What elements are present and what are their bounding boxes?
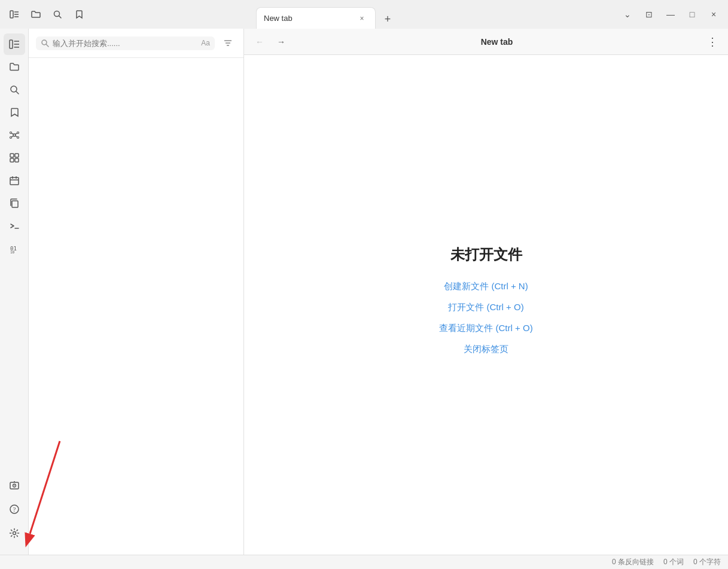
svg-rect-25: [10, 178, 19, 185]
svg-point-35: [14, 485, 15, 487]
svg-text:10: 10: [10, 250, 15, 254]
close-window-button[interactable]: ×: [704, 5, 723, 24]
search-icon: [41, 39, 49, 47]
svg-line-18: [15, 133, 17, 134]
search-bar: Aa: [29, 29, 243, 58]
svg-line-41: [46, 44, 48, 47]
svg-text:?: ?: [13, 506, 16, 513]
svg-rect-29: [12, 201, 18, 207]
sidebar-copy-icon[interactable]: [4, 192, 25, 214]
sidebar-search-icon[interactable]: [4, 79, 25, 100]
sidebar-bookmark-icon[interactable]: [4, 102, 25, 123]
new-tab-button[interactable]: +: [378, 10, 397, 29]
backlinks-count: 0 条反向链接: [612, 557, 654, 567]
svg-rect-0: [10, 11, 13, 18]
svg-point-12: [13, 134, 16, 136]
sidebar-files-icon[interactable]: [4, 56, 25, 78]
svg-rect-24: [15, 158, 19, 162]
title-bar-left: [5, 5, 256, 24]
sidebar: 01 10 ?: [0, 29, 29, 555]
title-bar: New tab × + ⌄ ⊡ — □ ×: [0, 0, 728, 29]
browser-more-button[interactable]: ⋮: [704, 33, 721, 50]
svg-line-11: [16, 91, 19, 94]
sidebar-vault-icon[interactable]: [4, 475, 25, 496]
active-tab[interactable]: New tab ×: [256, 7, 376, 29]
window-controls: ⌄ ⊡ — □ ×: [618, 5, 723, 24]
minimize-button[interactable]: —: [661, 5, 680, 24]
forward-button[interactable]: →: [273, 33, 290, 50]
toggle-sidebar-button[interactable]: [5, 5, 24, 24]
main-content: ← → New tab ⋮ 未打开文件 创建新文件 (Ctrl + N) 打开文…: [244, 29, 728, 555]
browser-page-title: New tab: [294, 37, 699, 47]
status-bar: 0 条反向链接 0 个词 0 个字符: [0, 555, 728, 569]
tabs-area: New tab × +: [256, 0, 618, 29]
sidebar-settings-icon[interactable]: [4, 522, 25, 544]
create-new-file-link[interactable]: 创建新文件 (Ctrl + N): [444, 281, 528, 292]
sidebar-calendar-icon[interactable]: [4, 170, 25, 191]
svg-rect-21: [10, 154, 14, 157]
search-font-toggle[interactable]: Aa: [201, 39, 210, 47]
open-file-link[interactable]: 打开文件 (Ctrl + O): [448, 302, 523, 313]
no-file-title: 未打开文件: [450, 245, 522, 264]
tab-close-button[interactable]: ×: [356, 13, 368, 25]
recent-files-link[interactable]: 查看近期文件 (Ctrl + O): [439, 323, 532, 334]
svg-line-19: [11, 136, 13, 137]
app-body: 01 10 ?: [0, 29, 728, 555]
svg-rect-6: [10, 40, 13, 48]
back-button[interactable]: ←: [251, 33, 268, 50]
more-tabs-button[interactable]: ⌄: [618, 5, 637, 24]
tab-title: New tab: [264, 14, 351, 23]
open-folder-button[interactable]: [26, 5, 45, 24]
browser-header: ← → New tab ⋮: [244, 29, 728, 55]
svg-point-39: [13, 532, 16, 535]
svg-line-5: [59, 16, 62, 19]
new-tab-content: 未打开文件 创建新文件 (Ctrl + N) 打开文件 (Ctrl + O) 查…: [244, 55, 728, 555]
maximize-button[interactable]: □: [683, 5, 702, 24]
char-count: 0 个字符: [693, 557, 721, 567]
sidebar-graph-icon[interactable]: [4, 124, 25, 146]
search-input-wrap[interactable]: Aa: [36, 36, 215, 50]
search-filter-button[interactable]: [220, 35, 236, 51]
sidebar-grid-icon[interactable]: [4, 147, 25, 169]
bookmark-button[interactable]: [69, 5, 89, 24]
svg-line-17: [11, 133, 13, 134]
split-view-button[interactable]: ⊡: [639, 5, 659, 24]
search-input[interactable]: [53, 39, 197, 48]
search-panel: Aa: [29, 29, 244, 555]
sidebar-help-icon[interactable]: ?: [4, 498, 25, 520]
sidebar-binary-icon[interactable]: 01 10: [4, 238, 25, 259]
sidebar-toggle-icon[interactable]: [4, 33, 25, 55]
word-count: 0 个词: [663, 557, 684, 567]
search-content: [29, 58, 243, 555]
search-button[interactable]: [48, 5, 67, 24]
svg-line-20: [15, 136, 17, 137]
close-tab-link[interactable]: 关闭标签页: [464, 344, 508, 355]
svg-rect-22: [15, 154, 19, 157]
svg-rect-23: [10, 158, 14, 162]
sidebar-terminal-icon[interactable]: [4, 215, 25, 237]
sidebar-bottom: ?: [4, 475, 25, 550]
